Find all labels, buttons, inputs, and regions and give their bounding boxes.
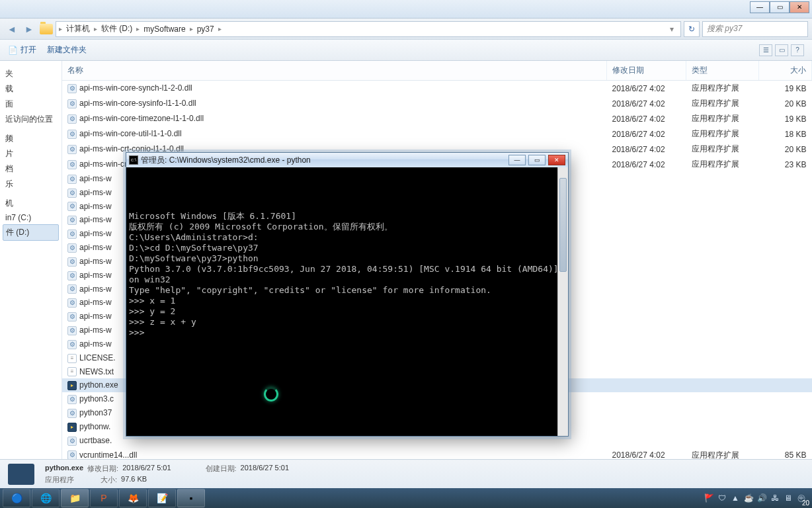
file-name: api-ms-w <box>79 202 112 211</box>
breadcrumb-item[interactable]: mySoftware <box>141 24 188 34</box>
file-modified <box>607 200 686 214</box>
navpane-item[interactable]: 件 (D:) <box>3 224 59 241</box>
file-size: 19 KB <box>759 81 812 97</box>
chevron-right-icon: ▸ <box>136 25 140 32</box>
file-size <box>759 172 812 186</box>
taskbar-notepad-button[interactable]: 📝 <box>148 489 176 507</box>
taskbar-firefox-button[interactable]: 🦊 <box>119 489 147 507</box>
file-type: 应用程序扩展 <box>686 81 759 97</box>
file-name: python37 <box>79 408 112 417</box>
taskbar[interactable]: 🔵 🌐 📁 P 🦊 📝 ▪ 🚩 🛡 ▲ ☕ 🔊 🖧 🖥 ㊥ <box>0 488 812 508</box>
file-modified <box>607 255 686 269</box>
taskbar-clock[interactable]: 20 <box>802 499 809 507</box>
tray-java-icon[interactable]: ☕ <box>743 493 754 503</box>
navpane-item[interactable]: 乐 <box>3 177 59 192</box>
breadcrumb[interactable]: ▸ 计算机 ▸ 软件 (D:) ▸ mySoftware ▸ py37 ▸ ▾ <box>56 21 681 37</box>
forward-button[interactable]: ► <box>21 21 37 37</box>
status-type-label: 应用程序 <box>45 475 74 485</box>
taskbar-cmd-button[interactable]: ▪ <box>177 489 205 507</box>
cmd-maximize-button[interactable]: ▭ <box>528 155 546 165</box>
column-header-size[interactable]: 大小 <box>759 61 812 81</box>
file-modified <box>607 365 686 379</box>
status-modified-label: 修改日期: <box>87 464 118 474</box>
file-modified <box>607 392 686 406</box>
file-row[interactable]: api-ms-win-core-sysinfo-l1-1-0.dll2018/6… <box>62 96 812 111</box>
tray-volume-icon[interactable]: 🔊 <box>756 493 767 503</box>
cmd-body[interactable]: Microsoft Windows [版本 6.1.7601]版权所有 (c) … <box>126 167 568 436</box>
file-modified <box>607 378 686 392</box>
file-size <box>759 227 812 241</box>
view-mode-button[interactable]: ☰ <box>759 44 772 56</box>
navpane-item[interactable]: 近访问的位置 <box>3 112 59 127</box>
taskbar-explorer-button[interactable]: 📁 <box>61 489 89 507</box>
cmd-minimize-button[interactable]: — <box>508 155 526 165</box>
breadcrumb-item[interactable]: 软件 (D:) <box>99 23 135 34</box>
navpane-item[interactable]: 机 <box>3 196 59 211</box>
view-pane-button[interactable]: ▭ <box>775 44 788 56</box>
file-type <box>686 337 759 351</box>
minimize-button[interactable]: — <box>750 1 770 13</box>
taskbar-powerpoint-button[interactable]: P <box>90 489 118 507</box>
navpane-item[interactable]: 夹 <box>3 66 59 81</box>
file-name: api-ms-w <box>79 243 112 252</box>
status-size-value: 97.6 KB <box>121 475 147 485</box>
search-input[interactable]: 搜索 py37 <box>702 21 808 37</box>
navpane-item[interactable]: 档 <box>3 161 59 177</box>
open-button[interactable]: 📄 打开 <box>8 44 36 56</box>
file-size <box>759 434 812 448</box>
start-button[interactable]: 🔵 <box>3 489 30 507</box>
taskbar-ie-button[interactable]: 🌐 <box>32 489 60 507</box>
help-button[interactable]: ? <box>791 44 804 56</box>
file-row[interactable]: vcruntime14...dll2018/6/27 4:02应用程序扩展85 … <box>62 448 812 459</box>
cmd-titlebar[interactable]: c:\ 管理员: C:\Windows\system32\cmd.exe - p… <box>126 153 568 167</box>
tray-arrow-icon[interactable]: ▲ <box>730 493 741 503</box>
navpane-item[interactable]: in7 (C:) <box>3 211 59 224</box>
refresh-button[interactable]: ↻ <box>684 21 700 37</box>
gear-icon <box>67 189 77 198</box>
navpane-item[interactable]: 载 <box>3 81 59 97</box>
file-size <box>759 282 812 296</box>
txt-icon <box>67 367 77 376</box>
tray-monitor-icon[interactable]: 🖥 <box>783 493 793 503</box>
gear-icon <box>67 271 77 280</box>
breadcrumb-dropdown[interactable]: ▾ <box>666 24 678 34</box>
navpane-item[interactable]: 片 <box>3 146 59 161</box>
file-row[interactable]: api-ms-win-core-timezone-l1-1-0.dll2018/… <box>62 111 812 126</box>
tray-network-icon[interactable]: 🖧 <box>770 493 780 503</box>
gear-icon <box>67 130 77 139</box>
tray-shield-icon[interactable]: 🛡 <box>717 493 727 503</box>
cmd-line: >>> y = 2 <box>129 306 565 317</box>
file-name: python3.c <box>79 394 114 403</box>
system-tray[interactable]: 🚩 🛡 ▲ ☕ 🔊 🖧 🖥 ㊥ <box>704 493 809 503</box>
navpane-item[interactable]: 频 <box>3 131 59 146</box>
cmd-window[interactable]: c:\ 管理员: C:\Windows\system32\cmd.exe - p… <box>126 152 569 437</box>
column-header-type[interactable]: 类型 <box>686 61 759 81</box>
close-button[interactable]: ✕ <box>790 1 809 13</box>
folder-icon <box>40 24 53 34</box>
file-type <box>686 323 759 337</box>
breadcrumb-item[interactable]: py37 <box>194 24 217 34</box>
column-header-name[interactable]: 名称 <box>62 61 607 81</box>
cmd-scrollbar[interactable] <box>557 167 568 436</box>
chevron-right-icon: ▸ <box>94 25 97 32</box>
gear-icon <box>67 340 77 349</box>
file-type <box>686 282 759 296</box>
file-modified <box>607 323 686 337</box>
back-button[interactable]: ◄ <box>4 21 20 37</box>
file-row[interactable]: api-ms-win-core-synch-l1-2-0.dll2018/6/2… <box>62 81 812 97</box>
new-folder-button[interactable]: 新建文件夹 <box>47 44 87 56</box>
gear-icon <box>67 450 77 459</box>
file-row[interactable]: api-ms-win-core-util-l1-1-0.dll2018/6/27… <box>62 126 812 142</box>
file-type: 应用程序扩展 <box>686 157 759 172</box>
tray-flag-icon[interactable]: 🚩 <box>704 493 714 503</box>
cmd-title-text: 管理员: C:\Windows\system32\cmd.exe - pytho… <box>141 155 311 166</box>
navigation-pane[interactable]: 夹载面近访问的位置频片档乐机in7 (C:)件 (D:) <box>0 61 62 459</box>
gear-icon <box>67 84 77 93</box>
file-modified <box>607 172 686 186</box>
navpane-item[interactable]: 面 <box>3 97 59 112</box>
breadcrumb-item[interactable]: 计算机 <box>63 23 93 34</box>
file-type <box>686 392 759 406</box>
cmd-close-button[interactable]: ✕ <box>548 155 565 165</box>
maximize-button[interactable]: ▭ <box>770 1 790 13</box>
column-header-modified[interactable]: 修改日期 <box>607 61 686 81</box>
